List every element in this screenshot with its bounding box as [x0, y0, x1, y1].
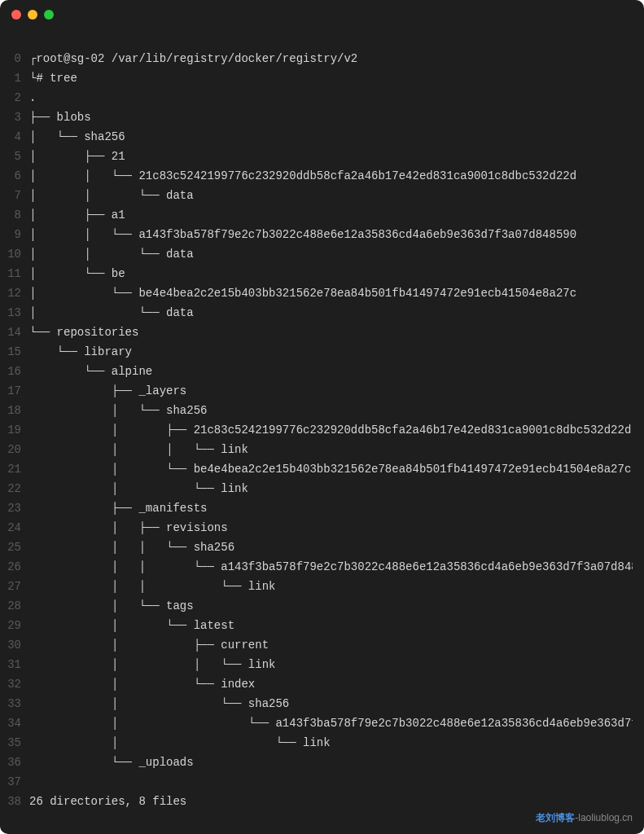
terminal-line: 35 │ └── link — [0, 733, 633, 753]
terminal-line: 0┌root@sg-02 /var/lib/registry/docker/re… — [0, 49, 633, 68]
line-number: 7 — [0, 186, 29, 205]
line-number: 36 — [0, 753, 29, 772]
line-number: 12 — [0, 283, 29, 303]
line-number: 27 — [0, 577, 29, 596]
titlebar — [0, 0, 644, 29]
terminal-line: 21 │ └── be4e4bea2c2e15b403bb321562e78ea… — [0, 459, 633, 479]
terminal-line: 9│ │ └── a143f3ba578f79e2c7b3022c488e6e1… — [0, 225, 633, 244]
line-number: 35 — [0, 733, 29, 753]
terminal-line: 19 │ ├── 21c83c5242199776c232920ddb58cfa… — [0, 420, 633, 440]
line-text: │ │ └── data — [29, 244, 633, 264]
line-number: 25 — [0, 538, 29, 557]
line-number: 22 — [0, 479, 29, 498]
terminal-line: 30 │ ├── current — [0, 635, 633, 655]
terminal-line: 7│ │ └── data — [0, 186, 633, 205]
terminal-line: 3├── blobs — [0, 108, 633, 127]
line-number: 9 — [0, 225, 29, 244]
line-text: │ └── sha256 — [29, 694, 633, 713]
line-number: 37 — [0, 772, 29, 792]
line-number: 32 — [0, 674, 29, 694]
terminal-line: 5│ ├── 21 — [0, 147, 633, 166]
line-text: │ │ └── sha256 — [29, 538, 633, 557]
line-text: └── library — [29, 342, 633, 362]
terminal-content[interactable]: 0┌root@sg-02 /var/lib/registry/docker/re… — [0, 29, 644, 823]
terminal-line: 8│ ├── a1 — [0, 205, 633, 225]
line-text: │ │ └── a143f3ba578f79e2c7b3022c488e6e12… — [29, 557, 633, 577]
line-text — [29, 772, 633, 792]
line-number: 4 — [0, 127, 29, 147]
line-text: │ └── latest — [29, 616, 633, 635]
line-number: 34 — [0, 713, 29, 733]
watermark-en: -laoliublog.cn — [575, 812, 633, 823]
line-text: ├── _manifests — [29, 498, 633, 518]
line-number: 3 — [0, 108, 29, 127]
line-text: │ └── a143f3ba578f79e2c7b3022c488e6e12a3… — [29, 713, 633, 733]
line-text: │ └── sha256 — [29, 127, 633, 147]
line-text: │ └── data — [29, 303, 633, 323]
terminal-line: 12│ └── be4e4bea2c2e15b403bb321562e78ea8… — [0, 283, 633, 303]
terminal-line: 10│ │ └── data — [0, 244, 633, 264]
terminal-line: 27 │ │ └── link — [0, 577, 633, 596]
line-number: 18 — [0, 401, 29, 420]
line-number: 29 — [0, 616, 29, 635]
terminal-line: 32 │ └── index — [0, 674, 633, 694]
line-text: │ └── index — [29, 674, 633, 694]
terminal-line: 20 │ │ └── link — [0, 440, 633, 459]
line-text: ├── blobs — [29, 108, 633, 127]
line-number: 2 — [0, 88, 29, 108]
line-text: │ │ └── link — [29, 440, 633, 459]
line-number: 17 — [0, 381, 29, 401]
line-number: 8 — [0, 205, 29, 225]
terminal-line: 18 │ └── sha256 — [0, 401, 633, 420]
line-text: │ ├── a1 — [29, 205, 633, 225]
line-number: 11 — [0, 264, 29, 283]
terminal-line: 22 │ └── link — [0, 479, 633, 498]
line-text: │ │ └── data — [29, 186, 633, 205]
minimize-icon[interactable] — [28, 10, 37, 20]
line-number: 14 — [0, 323, 29, 342]
line-number: 20 — [0, 440, 29, 459]
line-number: 15 — [0, 342, 29, 362]
line-number: 38 — [0, 792, 29, 811]
line-text: │ └── link — [29, 733, 633, 753]
line-number: 21 — [0, 459, 29, 479]
line-number: 31 — [0, 655, 29, 674]
line-number: 1 — [0, 68, 29, 88]
line-text: │ └── be4e4bea2c2e15b403bb321562e78ea84b… — [29, 459, 633, 479]
terminal-line: 4│ └── sha256 — [0, 127, 633, 147]
terminal-line: 24 │ ├── revisions — [0, 518, 633, 538]
terminal-line: 6│ │ └── 21c83c5242199776c232920ddb58cfa… — [0, 166, 633, 186]
line-text: │ │ └── a143f3ba578f79e2c7b3022c488e6e12… — [29, 225, 633, 244]
line-number: 24 — [0, 518, 29, 538]
line-number: 19 — [0, 420, 29, 440]
close-icon[interactable] — [11, 10, 21, 20]
terminal-line: 16 └── alpine — [0, 362, 633, 381]
line-text: └── _uploads — [29, 753, 633, 772]
line-number: 16 — [0, 362, 29, 381]
watermark: 老刘博客-laoliublog.cn — [536, 808, 633, 827]
line-text: └# tree — [29, 68, 633, 88]
line-number: 0 — [0, 49, 29, 68]
maximize-icon[interactable] — [44, 10, 54, 20]
line-text: │ └── be — [29, 264, 633, 283]
terminal-line: 13│ └── data — [0, 303, 633, 323]
line-number: 10 — [0, 244, 29, 264]
watermark-cn: 老刘博客 — [536, 812, 575, 823]
line-number: 6 — [0, 166, 29, 186]
terminal-line: 26 │ │ └── a143f3ba578f79e2c7b3022c488e6… — [0, 557, 633, 577]
terminal-line: 36 └── _uploads — [0, 753, 633, 772]
terminal-line: 15 └── library — [0, 342, 633, 362]
terminal-line: 31 │ │ └── link — [0, 655, 633, 674]
line-text: ┌root@sg-02 /var/lib/registry/docker/reg… — [29, 49, 633, 68]
line-text: │ ├── 21 — [29, 147, 633, 166]
terminal-line: 17 ├── _layers — [0, 381, 633, 401]
line-text: │ │ └── link — [29, 655, 633, 674]
line-number: 33 — [0, 694, 29, 713]
line-text: │ ├── revisions — [29, 518, 633, 538]
line-number: 5 — [0, 147, 29, 166]
terminal-line: 37 — [0, 772, 633, 792]
line-text: │ ├── current — [29, 635, 633, 655]
line-text: │ │ └── link — [29, 577, 633, 596]
line-text: │ └── sha256 — [29, 401, 633, 420]
terminal-line: 33 │ └── sha256 — [0, 694, 633, 713]
